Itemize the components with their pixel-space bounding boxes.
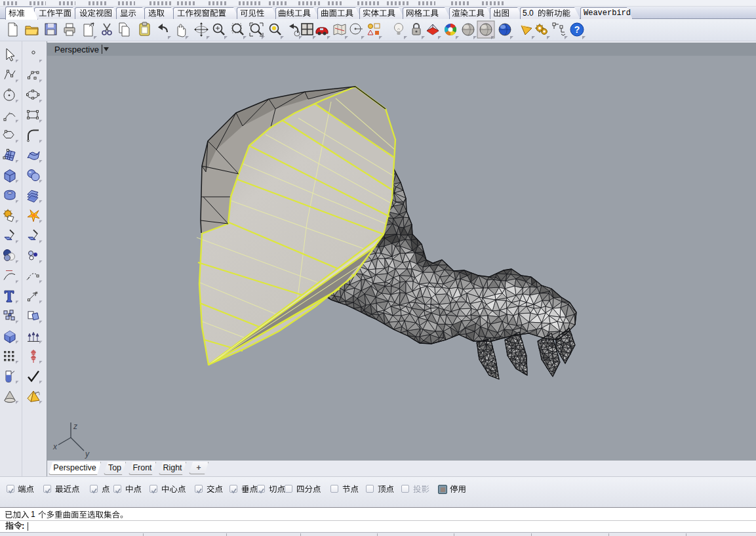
- svg-text:z: z: [73, 422, 77, 431]
- svg-text:y: y: [85, 449, 90, 459]
- svg-text:?: ?: [574, 24, 580, 35]
- svg-text:x: x: [52, 442, 58, 451]
